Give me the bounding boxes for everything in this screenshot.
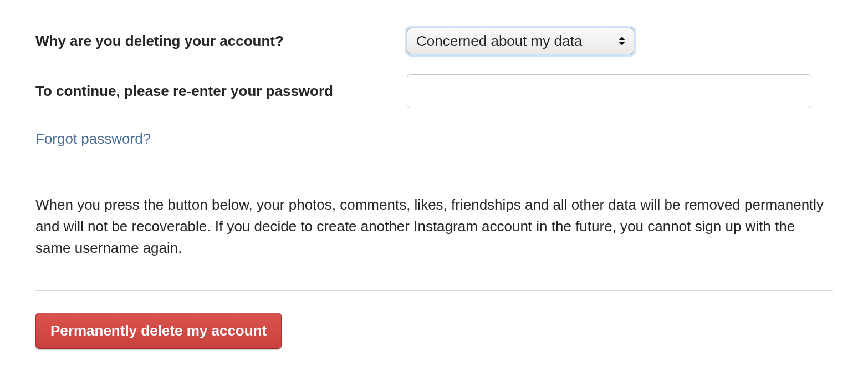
permanently-delete-button[interactable]: Permanently delete my account (35, 313, 282, 349)
forgot-password-link[interactable]: Forgot password? (35, 128, 151, 150)
password-label: To continue, please re-enter your passwo… (35, 80, 407, 102)
reason-select-wrap: Concerned about my data (407, 28, 634, 54)
warning-text: When you press the button below, your ph… (35, 194, 833, 259)
divider (35, 290, 833, 291)
reason-label: Why are you deleting your account? (35, 31, 407, 52)
reason-select[interactable]: Concerned about my data (407, 28, 634, 54)
reason-row: Why are you deleting your account? Conce… (35, 28, 833, 54)
password-input[interactable] (407, 74, 811, 108)
password-row: To continue, please re-enter your passwo… (35, 74, 833, 108)
